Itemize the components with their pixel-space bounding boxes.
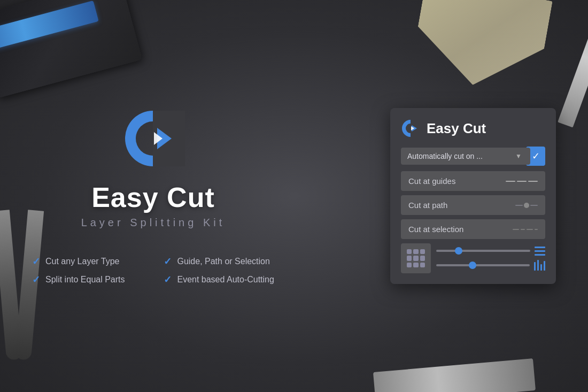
feature-label-2: Split into Equal Parts: [45, 275, 125, 285]
panel-logo: [401, 119, 420, 138]
plugin-panel: Easy Cut Automatically cut on ... Cut at…: [390, 108, 556, 284]
grid-icon: [407, 249, 425, 267]
panel-bottom: [401, 243, 545, 273]
feature-item-4: ✓ Event based Auto-Cutting: [164, 274, 274, 286]
slider-row-2[interactable]: [436, 260, 545, 271]
panel-title: Easy Cut: [427, 120, 486, 137]
app-title: Easy Cut: [91, 181, 215, 213]
slider-track-2[interactable]: [436, 264, 530, 266]
v-lines-icon: [534, 260, 545, 271]
feature-item-2: ✓ Split into Equal Parts: [32, 274, 142, 286]
feature-label-3: Guide, Path or Selection: [177, 257, 269, 266]
cut-path-label: Cut at path: [408, 201, 447, 210]
features-list: ✓ Cut any Layer Type ✓ Guide, Path or Se…: [32, 256, 274, 286]
h-lines-icon: [535, 247, 545, 256]
check-icon-4: ✓: [164, 274, 172, 286]
selection-dash-icon: [513, 229, 538, 230]
main-content: Easy Cut Layer Splitting Kit ✓ Cut any L…: [0, 0, 588, 392]
guides-dash-icon: [506, 181, 538, 182]
slider-row-1[interactable]: [436, 247, 545, 256]
cut-path-row[interactable]: Cut at path: [401, 195, 545, 215]
cut-selection-label: Cut at selection: [408, 225, 463, 234]
slider-thumb-1[interactable]: [455, 247, 462, 255]
slider-track-1[interactable]: [436, 250, 530, 252]
feature-label-4: Event based Auto-Cutting: [177, 275, 274, 285]
feature-item-1: ✓ Cut any Layer Type: [32, 256, 142, 267]
app-subtitle: Layer Splitting Kit: [81, 217, 226, 229]
panel-header: Easy Cut: [401, 119, 545, 138]
path-slider-icon: [515, 203, 538, 208]
auto-cut-dropdown[interactable]: Automatically cut on ... Cut at guides C…: [401, 148, 530, 165]
check-icon-2: ✓: [32, 274, 40, 286]
feature-label-1: Cut any Layer Type: [45, 257, 119, 266]
cut-guides-row[interactable]: Cut at guides: [401, 171, 545, 191]
check-icon-1: ✓: [32, 256, 40, 267]
check-icon-3: ✓: [164, 256, 172, 267]
cut-guides-label: Cut at guides: [408, 176, 455, 186]
slider-thumb-2[interactable]: [469, 262, 476, 269]
cut-selection-row[interactable]: Cut at selection: [401, 219, 545, 239]
left-panel: Easy Cut Layer Splitting Kit ✓ Cut any L…: [32, 106, 274, 286]
dropdown-row[interactable]: Automatically cut on ... Cut at guides C…: [401, 147, 545, 166]
app-logo: [121, 106, 185, 171]
grid-icon-container[interactable]: [401, 243, 431, 273]
feature-item-3: ✓ Guide, Path or Selection: [164, 256, 274, 267]
sliders-section: [436, 247, 545, 271]
